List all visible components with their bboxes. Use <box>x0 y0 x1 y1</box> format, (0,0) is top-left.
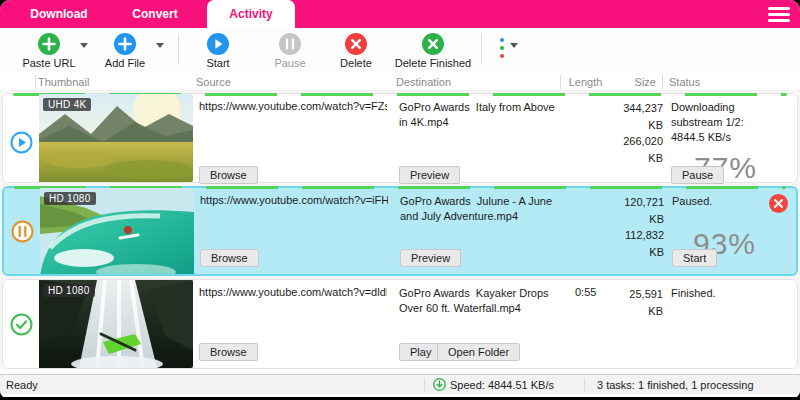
size-cell: 25,591 KB <box>613 280 665 368</box>
table-header: Thumbnail Source Destination Length Size… <box>0 73 800 91</box>
tab-bar: Download Convert Activity <box>0 0 800 28</box>
download-row-paused-selected[interactable]: HD 1080 https://www.youtube.com/watch?v=… <box>2 186 798 276</box>
status-ready: Ready <box>0 379 424 391</box>
pause-status-icon[interactable] <box>11 220 34 243</box>
play-circle-icon <box>207 33 229 55</box>
video-thumbnail-kayak-waterfall[interactable]: HD 1080 <box>39 280 193 368</box>
status-cell: Downloading substream 1/2: 4844.5 KB/s 7… <box>665 94 797 191</box>
status-speed: Speed: 4844.51 KB/s <box>424 378 584 392</box>
remove-row-icon[interactable] <box>769 194 788 213</box>
status-speed-label: Speed: 4844.51 KB/s <box>450 379 554 391</box>
source-cell: https://www.youtube.com/watch?v=iFHN1bd5… <box>194 188 394 274</box>
pause-button: Pause <box>261 33 319 69</box>
video-thumbnail-surfer[interactable]: HD 1080 <box>40 188 194 274</box>
toolbar-separator <box>481 34 482 64</box>
browse-button[interactable]: Browse <box>200 249 259 267</box>
add-file-button[interactable]: Add File <box>96 33 154 69</box>
source-url[interactable]: https://www.youtube.com/watch?v=dldIBtsZ… <box>199 286 387 298</box>
start-button[interactable]: Start <box>189 33 247 69</box>
source-url[interactable]: https://www.youtube.com/watch?v=FZsxz9Zp… <box>199 100 387 112</box>
tab-activity[interactable]: Activity <box>207 0 295 28</box>
tab-convert[interactable]: Convert <box>111 0 199 28</box>
delete-button[interactable]: Delete <box>327 33 385 69</box>
header-destination[interactable]: Destination <box>390 76 560 88</box>
open-folder-button[interactable]: Open Folder <box>437 343 520 361</box>
preview-button[interactable]: Preview <box>399 166 460 184</box>
toolbar-separator <box>178 34 179 64</box>
delete-circle-icon <box>345 33 367 55</box>
destination-filename: GoPro Awards Italy from Above in 4K.mp4 <box>399 100 557 130</box>
add-file-label: Add File <box>105 57 145 69</box>
size-cell: 344,237 KB 266,020 KB <box>613 94 665 191</box>
quality-badge: HD 1080 <box>43 284 95 297</box>
app-window: Download Convert Activity Paste URL Add … <box>0 0 800 400</box>
hamburger-menu-icon[interactable] <box>768 7 790 22</box>
quality-badge: HD 1080 <box>44 192 96 205</box>
source-url[interactable]: https://www.youtube.com/watch?v=iFHN1bd5… <box>200 194 388 206</box>
status-tasks: 3 tasks: 1 finished, 1 processing <box>584 378 754 392</box>
status-cell: Finished. <box>665 280 797 368</box>
download-row-finished[interactable]: HD 1080 https://www.youtube.com/watch?v=… <box>2 279 798 369</box>
preview-button[interactable]: Preview <box>400 249 461 267</box>
destination-filename: GoPro Awards Kayaker Drops Over 60 ft. W… <box>399 286 557 316</box>
header-source[interactable]: Source <box>190 76 390 88</box>
pause-label: Pause <box>274 57 305 69</box>
tab-download[interactable]: Download <box>15 0 103 28</box>
three-dots-menu-icon[interactable] <box>500 38 504 58</box>
download-row-downloading[interactable]: UHD 4K https://www.youtube.com/watch?v=F… <box>2 93 798 183</box>
source-cell: https://www.youtube.com/watch?v=dldIBtsZ… <box>193 280 393 368</box>
row-state-cell <box>3 280 39 368</box>
pause-circle-icon <box>279 33 301 55</box>
pause-row-button[interactable]: Pause <box>671 166 724 184</box>
more-dropdown-icon[interactable] <box>510 43 518 48</box>
header-status[interactable]: Status <box>662 75 800 89</box>
header-icon-col <box>0 75 36 89</box>
header-thumbnail[interactable]: Thumbnail <box>36 76 190 88</box>
delete-finished-button[interactable]: Delete Finished <box>391 33 475 69</box>
status-text: Finished. <box>671 286 787 301</box>
plus-circle-green-icon <box>38 33 60 55</box>
size-downloaded: 344,237 KB <box>619 100 663 133</box>
start-label: Start <box>206 57 229 69</box>
play-button[interactable]: Play <box>399 343 442 361</box>
download-arrow-icon <box>433 378 446 391</box>
check-status-icon[interactable] <box>10 313 33 336</box>
delete-finished-circle-icon <box>422 33 444 55</box>
destination-cell: GoPro Awards Julune - A June and July Ad… <box>394 188 564 274</box>
toolbar: Paste URL Add File Start Pause Delete De… <box>0 28 800 73</box>
video-thumbnail-mountains[interactable]: UHD 4K <box>39 94 193 191</box>
start-row-button[interactable]: Start <box>672 249 717 267</box>
paste-url-button[interactable]: Paste URL <box>20 33 78 69</box>
paste-url-label: Paste URL <box>22 57 75 69</box>
length-cell: 0:55 <box>563 280 613 368</box>
row-state-cell <box>4 188 40 274</box>
destination-cell: GoPro Awards Kayaker Drops Over 60 ft. W… <box>393 280 563 368</box>
status-bar: Ready Speed: 4844.51 KB/s 3 tasks: 1 fin… <box>0 374 800 394</box>
length-cell <box>564 188 614 274</box>
header-size[interactable]: Size <box>610 76 662 88</box>
status-speed: 4844.5 KB/s <box>671 130 787 145</box>
delete-label: Delete <box>340 57 372 69</box>
browse-button[interactable]: Browse <box>199 166 258 184</box>
quality-badge: UHD 4K <box>43 98 91 111</box>
length-cell <box>563 94 613 191</box>
size-cell: 120,721 KB 112,832 KB <box>614 188 666 274</box>
destination-cell: GoPro Awards Italy from Above in 4K.mp4 … <box>393 94 563 191</box>
download-list: UHD 4K https://www.youtube.com/watch?v=F… <box>0 91 800 369</box>
plus-circle-blue-icon <box>114 33 136 55</box>
header-length[interactable]: Length <box>560 75 610 89</box>
size-total: 266,020 KB <box>619 133 663 166</box>
browse-button[interactable]: Browse <box>199 343 258 361</box>
size-downloaded: 120,721 KB <box>620 194 664 227</box>
size-total: 112,832 KB <box>620 227 664 260</box>
add-file-dropdown-icon[interactable] <box>156 43 164 48</box>
delete-finished-label: Delete Finished <box>395 57 471 69</box>
destination-filename: GoPro Awards Julune - A June and July Ad… <box>400 194 558 224</box>
status-text: Downloading substream 1/2: <box>671 100 787 130</box>
size-total: 25,591 KB <box>619 286 663 319</box>
paste-url-dropdown-icon[interactable] <box>80 43 88 48</box>
source-cell: https://www.youtube.com/watch?v=FZsxz9Zp… <box>193 94 393 191</box>
row-state-cell <box>3 94 39 191</box>
play-status-icon[interactable] <box>10 131 33 154</box>
